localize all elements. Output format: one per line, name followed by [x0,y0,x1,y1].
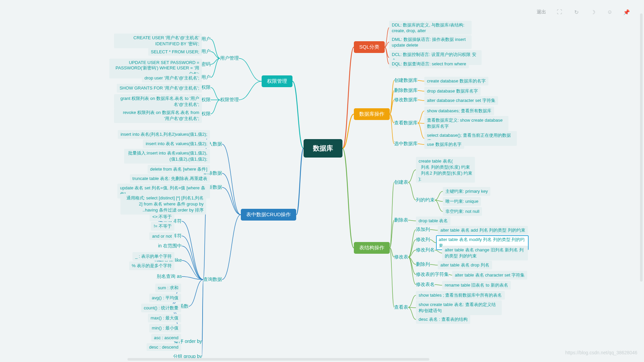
leaf-tb-create-def[interactable]: create table 表名( 列名 列的类型(长度) 约束 列名2 列的类型… [416,157,475,183]
leaf-agg-min[interactable]: min() : 最小值 [149,324,181,333]
leaf-db-show-a[interactable]: show databases; 查看所有数据库 [424,107,494,115]
leaf-dropcol[interactable]: alter table 表名 drop 列名 [438,261,492,269]
major-tbop[interactable]: 表结构操作 [354,242,390,254]
mid-chgcol[interactable]: 修改列名 [416,247,435,253]
leaf-db-create[interactable]: create database 数据库的名字 [424,77,488,85]
leaf-db-alter[interactable]: alter database character set 字符集 [424,96,498,105]
toolbar: 退出 ⛶ ↻ ☽ ☺ 📌 [533,7,634,17]
leaf-uc[interactable]: CREATE USER '用户名'@'主机名' IDENTIFIED BY '密… [114,34,202,48]
major-crud[interactable]: 表中数据CRUD操作 [241,209,296,221]
leaf-order-asc[interactable]: asc : ascend [151,334,181,342]
root-node[interactable]: 数据库 [304,139,342,158]
mid-modcol[interactable]: 修改列 [416,237,430,243]
mid-tb-show[interactable]: 查看表 [394,304,408,310]
mid-tb-create[interactable]: 创建表 [394,179,408,185]
mid-select[interactable]: 查询数据 [203,277,222,283]
mid-in[interactable]: in 在范围中 [158,243,182,249]
leaf-like-a[interactable]: _ : 表示的单个字符 [132,252,174,261]
leaf-like-b[interactable]: % 表示的是多个字符 [129,261,174,270]
leaf-chgcol[interactable]: alter table 表名 change 旧列名 新列名 列的类型 列的约束 [442,246,528,260]
major-sql[interactable]: SQL分类 [354,41,385,53]
leaf-ins-b[interactable]: insert into 表名 values(值1,值2); [143,139,210,148]
mindmap-connectors [0,0,644,362]
mid-tb-drop[interactable]: 删除表 [394,217,408,223]
leaf-db-use[interactable]: use 数据库的名字 [424,140,464,149]
leaf-relop-b[interactable]: != 不等于 [151,222,174,231]
leaf-charset[interactable]: alter table 表名 character set 字符集 [452,271,527,280]
leaf-del-b[interactable]: truncate table 表名: 先删除表,再重建表 [130,174,210,183]
leaf-tb-nn[interactable]: 非空约束: not null [443,207,482,216]
mid-charset[interactable]: 修改表的字符集 [416,272,449,278]
leaf-as[interactable]: SHOW GRANTS FOR '用户名'@'主机名'; [117,84,202,93]
leaf-rename[interactable]: rename table 旧表名 to 新的表名 [442,281,511,290]
leaf-del-a[interactable]: delete from 表名 [where 条件] [148,165,210,174]
mid-alias[interactable]: 别名查询 as [157,274,182,280]
leaf-tb-uq[interactable]: 唯一约束: unique [443,197,481,206]
leaf-tb-show-a[interactable]: show tables ; 查看当前数据库中所有的表名 [416,291,505,300]
major-dbop[interactable]: 数据库操作 [354,108,390,120]
leaf-agg-count[interactable]: count() : 统计数量 [141,304,181,312]
mid-tb-constr[interactable]: 列的约束 [416,197,435,203]
leaf-logic-a[interactable]: and or not [149,232,174,240]
leaf-tb-show-c[interactable]: desc 表名 : 查看表的结构 [416,315,470,324]
pin-icon[interactable]: 📌 [619,7,634,17]
mid-db-use[interactable]: 选中数据库 [394,141,418,147]
mid-db-drop[interactable]: 删除数据库 [394,87,418,94]
leaf-sql-ddl[interactable]: DDL: 数据库的定义, 与数据库/表结构: create, drop, alt… [389,21,472,35]
mid-addcol[interactable]: 添加列 [416,227,430,233]
leaf-agg-sum[interactable]: sum : 求和 [155,284,181,292]
mid-tb-alter[interactable]: 修改表 [394,254,408,260]
leaf-tb-show-b[interactable]: show create table 表名: 查看表的定义结构/创建语句 [416,300,502,315]
mid-auth[interactable]: 权限管理 [220,97,239,103]
leaf-tb-pk[interactable]: 主键约束: primary key [443,187,490,196]
leaf-agg-avg[interactable]: avg() : 平均值 [149,294,181,302]
leaf-addcol[interactable]: alter table 表名 add 列名 列的类型 列的约束 [438,226,528,235]
leaf-tb-drop[interactable]: drop table 表名 [416,217,450,225]
leaf-db-drop[interactable]: drop database 数据库名字 [424,87,481,96]
leaf-ag[interactable]: grant 权限列表 on 数据库名.表名 to '用户名'@'主机名'; [114,94,202,109]
fullscreen-icon[interactable]: ⛶ [552,7,567,17]
leaf-ar[interactable]: revoke 权限列表 on 数据库名.表名 from '用户名'@'主机名'; [114,108,202,123]
exit-button[interactable]: 退出 [533,7,550,17]
mid-rename[interactable]: 修改表名 [416,282,435,288]
scrollbar-vertical[interactable] [639,0,643,362]
leaf-sql-dml[interactable]: DML: 数据操纵语言: 操作表数据 insert update delete [389,35,472,49]
night-icon[interactable]: ☽ [586,7,600,17]
major-perm[interactable]: 权限管理 [262,75,292,87]
mid-db-alter[interactable]: 修改数据库 [394,97,418,103]
history-icon[interactable]: ↻ [569,7,584,17]
leaf-order-desc[interactable]: desc : descend [147,343,181,351]
leaf-sel-gen[interactable]: 通用格式: select [distinct] [*] [列名1,列名2] fr… [120,194,206,215]
mid-db-create[interactable]: 创建数据库 [394,77,418,83]
leaf-db-show-b[interactable]: 查看数据库定义: show create database 数据库名字 [424,116,508,131]
mid-dropcol[interactable]: 删除列 [416,261,430,267]
leaf-uq[interactable]: SELECT * FROM USER; [148,48,202,56]
mid-db-show[interactable]: 查看数据库 [394,120,418,126]
mid-user[interactable]: 用户管理 [220,55,239,61]
scrollbar-horizontal[interactable] [0,357,644,361]
leaf-agg-max[interactable]: max() : 最大值 [148,314,181,322]
watermark: https://blog.csdn.net/qq_38628046 [565,350,637,355]
leaf-ins-c[interactable]: 批量插入:insert into 表名values(值1,值2),(值1,值2)… [124,149,210,164]
leaf-ud[interactable]: drop user '用户名'@'主机名'; [142,74,202,82]
emoji-icon[interactable]: ☺ [602,7,617,17]
leaf-ins-a[interactable]: insert into 表名(列名1,列名2)values(值1,值2); [118,130,210,139]
leaf-relop-a[interactable]: <>:不等于 [150,213,174,221]
leaf-sql-dql[interactable]: DQL: 数据查询语言: select from where [389,60,469,68]
